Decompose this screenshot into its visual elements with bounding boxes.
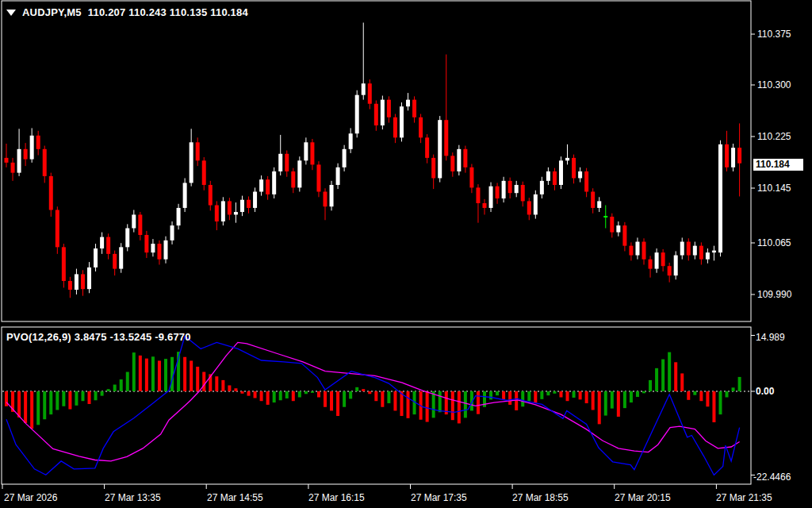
price-axis-label: 110.065 bbox=[757, 237, 791, 248]
ohlc-values: 110.207 110.243 110.135 110.184 bbox=[88, 6, 248, 18]
price-axis-label: 110.225 bbox=[757, 131, 791, 142]
indicator-axis-zero: 0.00 bbox=[756, 386, 774, 397]
indicator-axis-min: -22.4466 bbox=[753, 471, 791, 483]
price-axis-label: 109.990 bbox=[757, 289, 791, 300]
symbol-period-label: AUDJPY,M5 bbox=[22, 6, 82, 18]
time-axis-label: 27 Mar 13:35 bbox=[105, 492, 161, 503]
price-axis-label: 110.300 bbox=[757, 79, 791, 90]
time-axis-label: 27 Mar 2026 bbox=[4, 492, 57, 503]
time-axis-label: 27 Mar 20:15 bbox=[615, 492, 671, 503]
indicator-label: PVO(12,26,9) 3.8475 -13.5245 -9.6770 bbox=[6, 331, 191, 343]
time-axis-label: 27 Mar 18:55 bbox=[512, 492, 569, 503]
chart-title: AUDJPY,M5 110.207 110.243 110.135 110.18… bbox=[6, 6, 248, 18]
indicator-axis-max: 14.989 bbox=[756, 332, 785, 343]
chart-window: AUDJPY,M5 110.207 110.243 110.135 110.18… bbox=[0, 0, 812, 508]
time-axis-label: 27 Mar 14:55 bbox=[207, 492, 263, 503]
time-axis-label: 27 Mar 16:15 bbox=[308, 492, 365, 503]
chart-canvas[interactable] bbox=[0, 0, 812, 508]
triangle-down-icon bbox=[6, 10, 16, 16]
time-axis-label: 27 Mar 17:35 bbox=[411, 492, 467, 503]
price-axis-label: 110.375 bbox=[757, 29, 791, 40]
current-price-tag: 110.184 bbox=[753, 159, 803, 171]
time-axis-label: 27 Mar 21:35 bbox=[716, 492, 772, 503]
price-axis-label: 110.145 bbox=[757, 183, 791, 194]
